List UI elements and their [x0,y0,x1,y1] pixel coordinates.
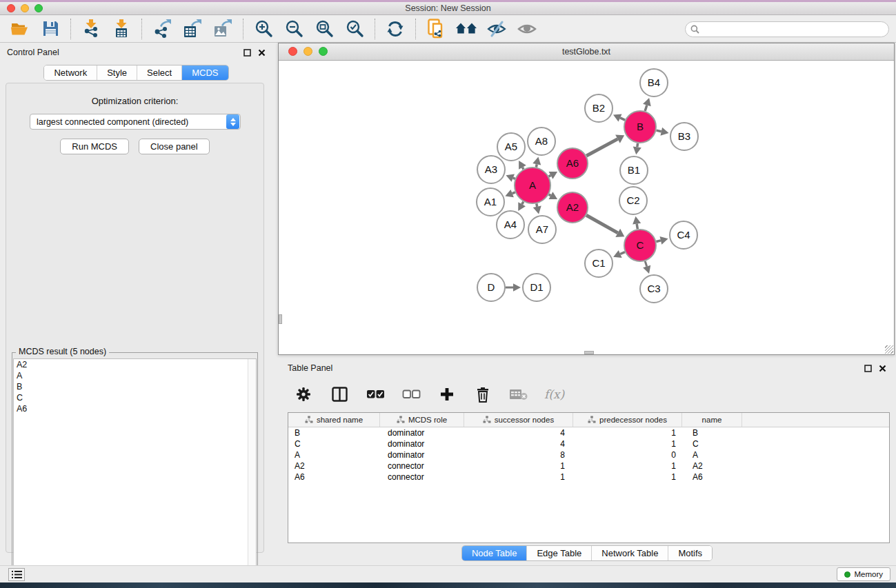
close-panel-icon[interactable] [258,49,266,57]
table-panel: Table Panel f(x) shared nameMCDS rolesuc… [278,358,896,565]
network-graph[interactable]: B4B2BB3A8A5A6A3B1AC2A1A2A4A7C4CC1DD1C3 [279,61,894,354]
tab-select[interactable]: Select [137,65,181,80]
edge-A2-C[interactable] [586,215,618,233]
export-network-button[interactable] [152,19,172,39]
edge-A6-B[interactable] [586,139,617,156]
edge-C-C4[interactable] [656,241,661,242]
table-cell: 1 [573,438,682,449]
function-builder-button[interactable]: f(x) [544,387,564,401]
edge-A-A8[interactable] [536,164,537,167]
hide-graphics-button[interactable] [486,19,507,39]
zoom-fit-button[interactable] [314,19,335,39]
edge-C-C1[interactable] [620,252,625,254]
export-table-button[interactable] [182,19,203,39]
result-list-item[interactable]: A2 [14,359,256,370]
close-panel-icon[interactable] [879,365,886,372]
network-zoom-button[interactable] [319,47,328,56]
tab-mcds[interactable]: MCDS [181,65,228,80]
memory-button[interactable]: Memory [837,567,890,581]
zoom-window-button[interactable] [34,4,43,12]
refresh-button[interactable] [385,19,406,39]
edge-A-A7[interactable] [537,203,537,206]
edge-arrowhead [660,128,668,136]
network-canvas[interactable]: B4B2BB3A8A5A6A3B1AC2A1A2A4A7C4CC1DD1C3 [279,61,894,354]
search-input[interactable] [699,23,888,36]
edge-A-A6[interactable] [549,175,551,176]
tab-network[interactable]: Network [44,65,97,80]
add-column-button[interactable] [437,384,457,405]
table-row[interactable]: Adominator80A [288,449,889,460]
tab-edge-table[interactable]: Edge Table [526,546,591,560]
tab-motifs[interactable]: Motifs [668,546,712,560]
import-table-button[interactable] [111,19,132,39]
task-history-button[interactable] [8,568,25,581]
save-session-button[interactable] [40,19,61,39]
result-list-scrollbar[interactable] [248,359,256,583]
zoom-selected-button[interactable] [344,19,365,39]
minimize-window-button[interactable] [21,4,29,12]
tab-node-table[interactable]: Node Table [462,546,527,560]
edge-B-B4[interactable] [645,105,647,111]
edge-A-A4[interactable] [522,202,524,205]
close-panel-button[interactable]: Close panel [139,139,210,154]
edge-B-B2[interactable] [620,118,625,120]
mcds-result-list[interactable]: A2ABCA6 [13,358,257,584]
edge-A-A5[interactable] [522,168,523,170]
column-header-name[interactable]: name [682,413,742,427]
table-settings-button[interactable] [293,384,314,405]
result-list-item[interactable]: B [14,381,256,392]
select-all-button[interactable] [365,384,386,405]
table-row[interactable]: Bdominator41B [288,427,889,438]
float-panel-icon[interactable] [243,49,251,57]
export-image-button[interactable] [212,19,233,39]
canvas-vscroll-thumb[interactable] [279,314,282,324]
delete-column-button[interactable] [472,384,493,405]
zoom-out-button[interactable] [283,19,304,39]
resize-grip[interactable] [885,345,893,354]
close-window-button[interactable] [7,4,15,12]
show-graphics-button[interactable] [517,19,537,39]
table-row[interactable]: A6connector11A6 [288,472,889,483]
edge-C-C3[interactable] [645,261,646,267]
memory-label: Memory [854,570,883,578]
window-controls [7,4,43,12]
edge-A-A2[interactable] [549,194,551,196]
column-header-predecessor-nodes[interactable]: predecessor nodes [573,413,682,427]
node-label-B2: B2 [593,102,605,114]
edge-B-B3[interactable] [656,130,661,132]
control-panel-title: Control Panel [7,48,59,57]
edge-B-B1[interactable] [637,143,638,148]
node-table[interactable]: shared nameMCDS rolesuccessor nodesprede… [288,412,890,543]
tab-style[interactable]: Style [97,65,137,80]
network-minimize-button[interactable] [303,47,312,56]
column-header-MCDS-role[interactable]: MCDS role [380,413,464,427]
zoom-in-button[interactable] [253,19,274,39]
delete-table-button[interactable] [508,384,529,405]
network-close-button[interactable] [288,47,297,56]
column-header-shared-name[interactable]: shared name [288,413,380,427]
criterion-dropdown[interactable]: largest connected component (directed) [30,114,241,130]
result-list-item[interactable]: A [14,370,256,381]
edge-A-A1[interactable] [512,192,515,194]
network-window-titlebar[interactable]: testGlobe.txt [279,43,894,61]
copy-network-button[interactable] [426,19,446,39]
column-header-successor-nodes[interactable]: successor nodes [464,413,573,427]
edge-A-A3[interactable] [513,178,515,179]
tab-network-table[interactable]: Network Table [591,546,668,560]
search-field[interactable] [685,21,889,37]
edge-C-C2[interactable] [637,224,637,230]
show-columns-button[interactable] [329,384,350,405]
table-row[interactable]: A2connector11A2 [288,460,889,472]
deselect-all-button[interactable] [401,384,421,405]
home-views-button[interactable] [456,19,477,39]
open-session-button[interactable] [10,19,30,39]
import-network-button[interactable] [81,19,101,39]
run-mcds-button[interactable]: Run MCDS [60,139,129,154]
table-row[interactable]: Cdominator41C [288,438,889,449]
refresh-icon [386,20,404,38]
float-panel-icon[interactable] [864,365,872,372]
result-list-item[interactable]: A6 [14,403,256,414]
deselect-all-icon [402,389,421,399]
result-list-item[interactable]: C [14,392,256,403]
canvas-hscroll-thumb[interactable] [584,351,594,354]
